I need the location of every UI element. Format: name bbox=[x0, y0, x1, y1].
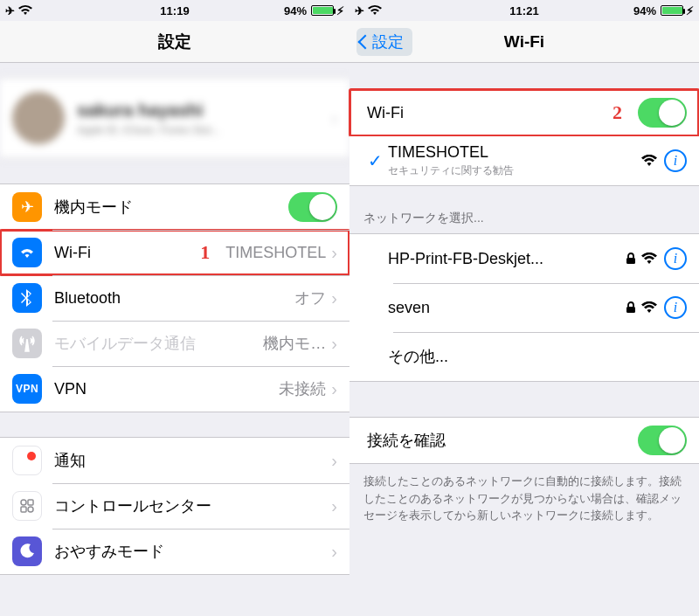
cellular-row[interactable]: モバイルデータ通信 機内モ… › bbox=[0, 321, 350, 366]
status-bar: ✈︎ 11:21 94% ⚡︎ bbox=[350, 0, 699, 21]
callout-1: 1 bbox=[200, 241, 210, 264]
wifi-signal-icon bbox=[641, 301, 657, 314]
callout-2: 2 bbox=[612, 101, 622, 124]
notifications-icon bbox=[12, 446, 42, 475]
notifications-label: 通知 bbox=[54, 450, 331, 471]
charging-icon: ⚡︎ bbox=[686, 4, 694, 17]
wifi-row[interactable]: Wi-Fi 1 TIMESHOTEL › bbox=[0, 230, 350, 275]
airplane-icon: ✈︎ bbox=[5, 4, 15, 17]
page-title: 設定 bbox=[158, 31, 191, 53]
network-row[interactable]: seveni bbox=[350, 283, 699, 332]
control-center-label: コントロールセンター bbox=[54, 495, 331, 516]
battery-icon bbox=[661, 5, 683, 16]
wifi-toggle-label: Wi-Fi bbox=[367, 104, 597, 122]
network-name: seven bbox=[388, 299, 622, 317]
wifi-signal-icon bbox=[641, 253, 657, 265]
airplane-icon: ✈︎ bbox=[12, 192, 42, 222]
dnd-row[interactable]: おやすみモード › bbox=[0, 529, 350, 574]
connected-network-row[interactable]: ✓ TIMESHOTEL セキュリティに関する勧告 i bbox=[350, 136, 699, 185]
network-list: HP-Print-FB-Deskjet...iseveniその他... bbox=[350, 233, 699, 382]
airplane-icon: ✈︎ bbox=[355, 4, 364, 17]
info-button[interactable]: i bbox=[664, 149, 687, 172]
back-label: 設定 bbox=[372, 31, 404, 52]
wifi-toggle[interactable] bbox=[638, 98, 687, 128]
airplane-mode-row[interactable]: ✈︎ 機内モード bbox=[0, 184, 350, 230]
ask-label: 接続を確認 bbox=[367, 430, 638, 451]
svg-rect-4 bbox=[21, 507, 26, 512]
control-center-row[interactable]: コントロールセンター › bbox=[0, 483, 350, 529]
cellular-value: 機内モ… bbox=[263, 333, 326, 354]
cellular-label: モバイルデータ通信 bbox=[54, 333, 263, 354]
info-button[interactable]: i bbox=[664, 247, 687, 270]
chevron-right-icon: › bbox=[331, 334, 337, 354]
dnd-label: おやすみモード bbox=[54, 541, 331, 562]
ask-toggle[interactable] bbox=[638, 426, 687, 455]
wifi-toggle-row[interactable]: Wi-Fi 2 bbox=[350, 90, 699, 135]
navbar: 設定 bbox=[0, 21, 350, 63]
notifications-row[interactable]: 通知 › bbox=[0, 438, 350, 483]
chevron-right-icon: › bbox=[331, 451, 337, 471]
chevron-right-icon: › bbox=[331, 496, 337, 516]
battery-percent: 94% bbox=[284, 4, 307, 17]
ask-footer: 接続したことのあるネットワークに自動的に接続します。接続したことのあるネットワー… bbox=[350, 464, 699, 533]
wifi-screen: ✈︎ 11:21 94% ⚡︎ 設定 Wi-Fi Wi-Fi 2 ✓ TIME bbox=[350, 0, 699, 616]
svg-point-5 bbox=[28, 507, 33, 512]
other-network-row[interactable]: その他... bbox=[350, 332, 699, 381]
avatar bbox=[12, 92, 65, 144]
svg-rect-3 bbox=[28, 500, 33, 505]
bluetooth-icon bbox=[12, 283, 42, 313]
vpn-value: 未接続 bbox=[279, 378, 326, 399]
svg-point-2 bbox=[21, 500, 26, 505]
control-center-icon bbox=[12, 491, 42, 521]
wifi-icon bbox=[368, 5, 382, 16]
battery-icon bbox=[311, 5, 334, 16]
profile-sub: Apple ID, iCloud, iTunes Stor... bbox=[77, 124, 220, 136]
network-row[interactable]: HP-Print-FB-Deskjet...i bbox=[350, 234, 699, 283]
status-bar: ✈︎ 11:19 94% ⚡︎ bbox=[0, 0, 350, 21]
profile-card[interactable]: sakura hayashi Apple ID, iCloud, iTunes … bbox=[0, 77, 350, 159]
chevron-right-icon: › bbox=[331, 542, 337, 562]
lock-icon bbox=[626, 253, 636, 265]
wifi-icon bbox=[12, 238, 42, 267]
vpn-icon: VPN bbox=[12, 374, 42, 404]
moon-icon bbox=[12, 536, 42, 566]
wifi-icon bbox=[18, 5, 32, 16]
choose-network-header: ネットワークを選択... bbox=[350, 186, 699, 233]
charging-icon: ⚡︎ bbox=[336, 4, 344, 17]
navbar: 設定 Wi-Fi bbox=[350, 21, 699, 63]
wifi-value: TIMESHOTEL bbox=[225, 244, 326, 262]
bluetooth-value: オフ bbox=[294, 287, 326, 308]
page-title: Wi-Fi bbox=[504, 32, 544, 52]
chevron-right-icon: › bbox=[331, 243, 337, 263]
vpn-label: VPN bbox=[54, 380, 279, 398]
chevron-right-icon: › bbox=[331, 108, 337, 128]
profile-name: sakura hayashi bbox=[77, 100, 220, 121]
vpn-row[interactable]: VPN VPN 未接続 › bbox=[0, 366, 350, 412]
svg-rect-6 bbox=[626, 258, 635, 264]
wifi-signal-icon bbox=[641, 155, 657, 167]
settings-screen: ✈︎ 11:19 94% ⚡︎ 設定 sakura hayashi Apple … bbox=[0, 0, 350, 616]
airplane-label: 機内モード bbox=[54, 197, 288, 218]
checkmark-icon: ✓ bbox=[362, 150, 388, 171]
wifi-label: Wi-Fi bbox=[54, 244, 184, 262]
chevron-right-icon: › bbox=[331, 379, 337, 399]
bluetooth-row[interactable]: Bluetooth オフ › bbox=[0, 275, 350, 321]
ask-to-join-row[interactable]: 接続を確認 bbox=[350, 418, 699, 463]
antenna-icon bbox=[12, 329, 42, 358]
info-button[interactable]: i bbox=[664, 296, 687, 319]
airplane-toggle[interactable] bbox=[288, 192, 337, 222]
back-button[interactable]: 設定 bbox=[356, 28, 412, 56]
chevron-right-icon: › bbox=[331, 288, 337, 308]
other-label: その他... bbox=[388, 346, 687, 367]
wifi-toggle-group: Wi-Fi 2 bbox=[350, 89, 699, 136]
bluetooth-label: Bluetooth bbox=[54, 289, 294, 308]
battery-percent: 94% bbox=[633, 4, 656, 17]
network-sub: セキュリティに関する勧告 bbox=[388, 163, 636, 178]
svg-point-1 bbox=[27, 452, 36, 460]
lock-icon bbox=[626, 301, 636, 314]
status-time: 11:21 bbox=[467, 4, 580, 17]
network-name: TIMESHOTEL bbox=[388, 143, 636, 162]
status-time: 11:19 bbox=[118, 4, 231, 17]
svg-rect-7 bbox=[626, 307, 635, 313]
network-name: HP-Print-FB-Deskjet... bbox=[388, 250, 622, 268]
